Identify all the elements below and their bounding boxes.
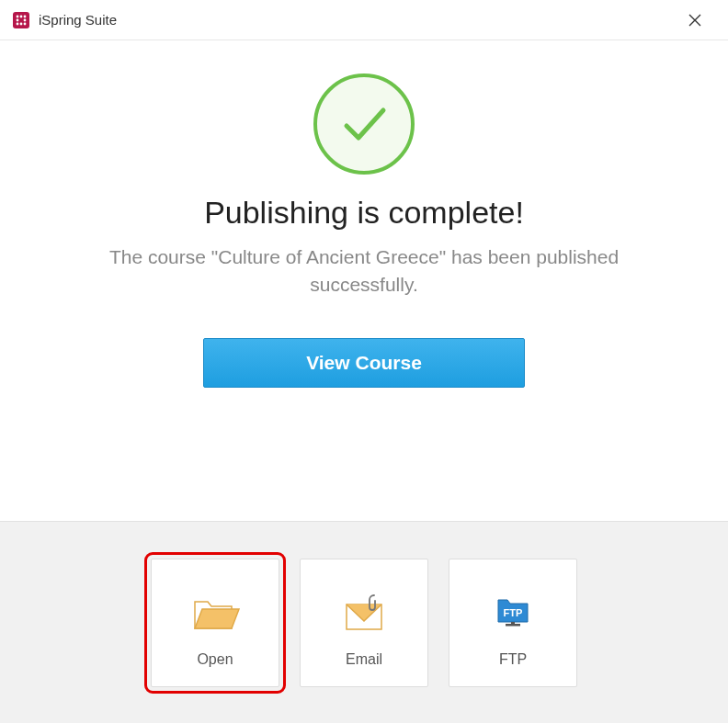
open-button[interactable]: Open — [151, 559, 279, 687]
success-message: The course "Culture of Ancient Greece" h… — [0, 243, 728, 299]
app-icon — [13, 12, 29, 28]
svg-point-2 — [24, 15, 27, 17]
ftp-button[interactable]: FTP FTP — [449, 559, 577, 687]
svg-point-6 — [20, 22, 23, 25]
open-label: Open — [197, 651, 233, 668]
view-course-button[interactable]: View Course — [203, 338, 525, 388]
ftp-label: FTP — [499, 651, 527, 668]
titlebar: iSpring Suite — [0, 0, 728, 40]
ftp-icon: FTP — [487, 587, 539, 638]
svg-text:FTP: FTP — [504, 607, 523, 618]
svg-point-5 — [17, 22, 19, 25]
success-check-icon — [313, 73, 415, 175]
main-content: Publishing is complete! The course "Cult… — [0, 40, 728, 388]
email-label: Email — [346, 651, 382, 668]
svg-point-1 — [20, 15, 23, 17]
folder-open-icon — [189, 587, 241, 638]
email-button[interactable]: Email — [300, 559, 428, 687]
svg-rect-11 — [511, 622, 515, 625]
app-title: iSpring Suite — [39, 12, 117, 28]
svg-point-4 — [24, 18, 27, 21]
close-button[interactable] — [675, 0, 715, 40]
email-attachment-icon — [338, 587, 390, 638]
svg-point-3 — [17, 18, 19, 21]
close-icon — [688, 14, 701, 27]
page-heading: Publishing is complete! — [0, 195, 728, 231]
svg-point-0 — [17, 15, 19, 17]
svg-point-7 — [24, 22, 27, 25]
action-bar: Open Email FTP FTP — [0, 521, 728, 723]
